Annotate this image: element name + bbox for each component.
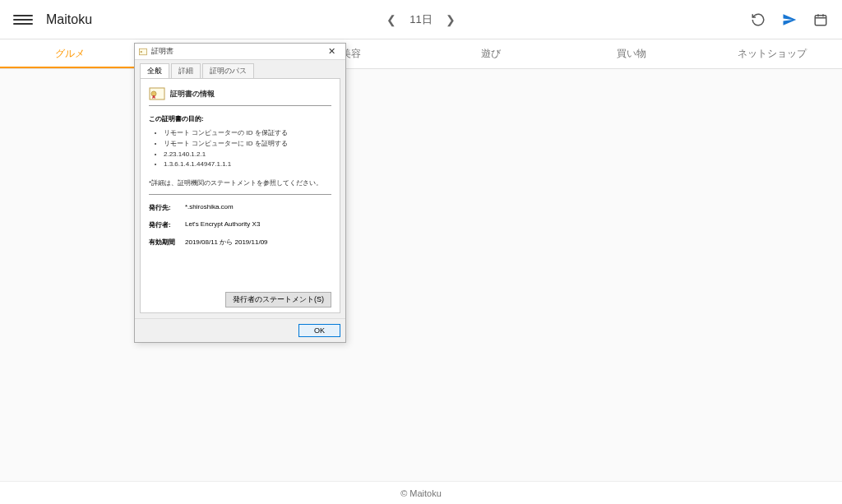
divider bbox=[149, 194, 331, 195]
category-tabs: グルメ 健康 美容 遊び 買い物 ネットショップ bbox=[0, 39, 842, 69]
cert-purpose-list: リモート コンピューターの ID を保証する リモート コンピューターに ID … bbox=[149, 128, 331, 170]
dialog-footer: OK bbox=[135, 318, 345, 342]
issued-to-label: 発行先: bbox=[149, 203, 185, 212]
header-actions bbox=[750, 12, 829, 28]
cert-info-title: 証明書の情報 bbox=[170, 89, 215, 99]
send-icon[interactable] bbox=[781, 12, 798, 28]
cert-fields: 発行先: *.shiroshika.com 発行者: Let's Encrypt… bbox=[149, 203, 331, 255]
next-day-button[interactable]: ❯ bbox=[442, 13, 459, 26]
valid-value: 2019/08/11 から 2019/11/09 bbox=[185, 238, 331, 247]
tab-play[interactable]: 遊び bbox=[421, 39, 562, 68]
refresh-icon[interactable] bbox=[750, 12, 766, 28]
svg-point-5 bbox=[141, 50, 142, 52]
dialog-body-buttons: 発行者のステートメント(S) bbox=[149, 292, 331, 307]
tab-gourmet[interactable]: グルメ bbox=[0, 39, 141, 68]
main-content bbox=[0, 69, 842, 481]
certificate-award-icon bbox=[149, 87, 165, 100]
issued-to-value: *.shiroshika.com bbox=[185, 203, 331, 212]
calendar-icon[interactable] bbox=[812, 12, 829, 28]
ok-button[interactable]: OK bbox=[298, 324, 340, 337]
certificate-dialog: 証明書 ✕ 全般 詳細 証明のパス 証明書の情報 この証明書の目的: リモート … bbox=[134, 43, 346, 343]
cert-purpose-item: リモート コンピューターの ID を保証する bbox=[164, 128, 331, 139]
cert-purpose-label: この証明書の目的: bbox=[149, 114, 331, 123]
issuer-label: 発行者: bbox=[149, 220, 185, 229]
dialog-title: 証明書 bbox=[151, 46, 321, 57]
issuer-value: Let's Encrypt Authority X3 bbox=[185, 220, 331, 229]
date-navigator: ❮ 11日 ❯ bbox=[383, 12, 458, 27]
cert-note: *詳細は、証明機関のステートメントを参照してください。 bbox=[149, 178, 331, 187]
footer: © Maitoku bbox=[0, 481, 842, 504]
dialog-tab-general[interactable]: 全般 bbox=[140, 63, 169, 78]
cert-purpose-item: 2.23.140.1.2.1 bbox=[164, 150, 331, 160]
cert-issued-to: 発行先: *.shiroshika.com bbox=[149, 203, 331, 212]
dialog-tabs: 全般 詳細 証明のパス bbox=[135, 60, 345, 78]
svg-rect-0 bbox=[815, 15, 826, 25]
copyright-text: © Maitoku bbox=[400, 488, 442, 498]
cert-purpose-item: リモート コンピューターに ID を証明する bbox=[164, 139, 331, 150]
app-title: Maitoku bbox=[46, 12, 92, 27]
cert-valid-period: 有効期間 2019/08/11 から 2019/11/09 bbox=[149, 238, 331, 247]
dialog-tab-path[interactable]: 証明のパス bbox=[202, 63, 254, 78]
dialog-titlebar[interactable]: 証明書 ✕ bbox=[135, 44, 345, 60]
dialog-body: 証明書の情報 この証明書の目的: リモート コンピューターの ID を保証する … bbox=[140, 78, 340, 313]
tab-netshop[interactable]: ネットショップ bbox=[701, 39, 842, 68]
current-date-label: 11日 bbox=[409, 12, 432, 27]
prev-day-button[interactable]: ❮ bbox=[383, 13, 400, 26]
cert-purpose-item: 1.3.6.1.4.1.44947.1.1.1 bbox=[164, 160, 331, 170]
cert-issuer: 発行者: Let's Encrypt Authority X3 bbox=[149, 220, 331, 229]
cert-info-header: 証明書の情報 bbox=[149, 87, 331, 106]
app-header: Maitoku ❮ 11日 ❯ bbox=[0, 0, 842, 39]
close-button[interactable]: ✕ bbox=[321, 44, 342, 59]
dialog-tab-detail[interactable]: 詳細 bbox=[171, 63, 201, 78]
certificate-icon bbox=[138, 47, 148, 57]
valid-label: 有効期間 bbox=[149, 238, 185, 247]
menu-button[interactable] bbox=[13, 10, 33, 30]
issuer-statement-button[interactable]: 発行者のステートメント(S) bbox=[225, 292, 331, 307]
tab-shopping[interactable]: 買い物 bbox=[562, 39, 702, 68]
